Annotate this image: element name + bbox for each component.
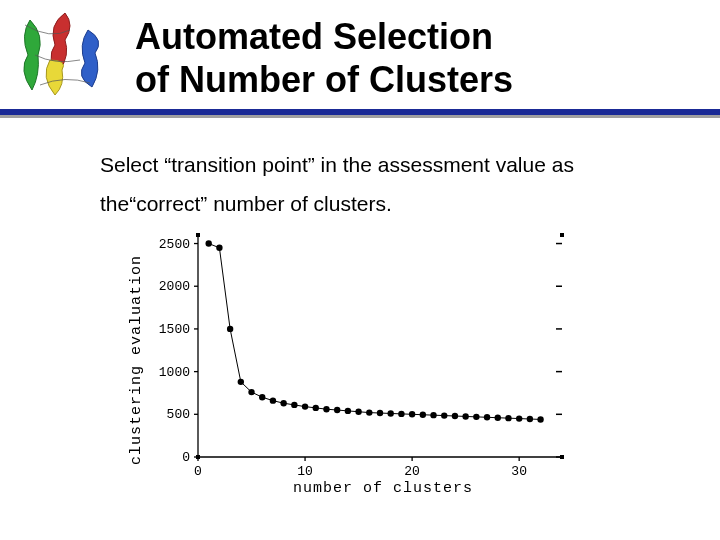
y-axis-label: clustering evaluation bbox=[128, 255, 145, 465]
svg-text:0: 0 bbox=[194, 464, 202, 479]
svg-point-51 bbox=[409, 411, 415, 417]
svg-point-56 bbox=[462, 413, 468, 419]
title-line-2: of Number of Clusters bbox=[135, 58, 720, 101]
svg-text:20: 20 bbox=[404, 464, 420, 479]
chart-svg: 050010001500200025000102030 bbox=[150, 225, 580, 495]
svg-point-63 bbox=[537, 416, 543, 422]
svg-point-37 bbox=[259, 394, 265, 400]
svg-text:1000: 1000 bbox=[159, 365, 190, 380]
header: Automated Selection of Number of Cluster… bbox=[0, 0, 720, 118]
svg-point-49 bbox=[388, 410, 394, 416]
svg-text:10: 10 bbox=[297, 464, 313, 479]
svg-point-60 bbox=[505, 415, 511, 421]
protein-logo-icon bbox=[10, 5, 120, 105]
svg-text:1500: 1500 bbox=[159, 322, 190, 337]
svg-point-62 bbox=[527, 416, 533, 422]
svg-point-42 bbox=[313, 405, 319, 411]
svg-point-57 bbox=[473, 414, 479, 420]
svg-point-55 bbox=[452, 413, 458, 419]
svg-point-34 bbox=[227, 326, 233, 332]
svg-point-61 bbox=[516, 415, 522, 421]
svg-text:2000: 2000 bbox=[159, 279, 190, 294]
svg-point-47 bbox=[366, 409, 372, 415]
svg-point-43 bbox=[323, 406, 329, 412]
x-axis-label: number of clusters bbox=[293, 480, 473, 497]
svg-point-40 bbox=[291, 402, 297, 408]
svg-text:2500: 2500 bbox=[159, 237, 190, 252]
svg-point-38 bbox=[270, 397, 276, 403]
svg-point-44 bbox=[334, 407, 340, 413]
slide-title: Automated Selection of Number of Cluster… bbox=[135, 15, 720, 101]
chart: clustering evaluation 050010001500200025… bbox=[150, 225, 580, 495]
svg-point-32 bbox=[206, 240, 212, 246]
svg-point-52 bbox=[420, 412, 426, 418]
svg-point-41 bbox=[302, 403, 308, 409]
title-line-1: Automated Selection bbox=[135, 15, 720, 58]
svg-point-45 bbox=[345, 408, 351, 414]
svg-text:500: 500 bbox=[167, 407, 190, 422]
title-underline bbox=[0, 109, 720, 118]
svg-point-36 bbox=[248, 389, 254, 395]
svg-point-58 bbox=[484, 414, 490, 420]
svg-point-54 bbox=[441, 412, 447, 418]
body-text: Select “transition point” in the assessm… bbox=[100, 146, 660, 224]
svg-text:30: 30 bbox=[511, 464, 527, 479]
svg-text:0: 0 bbox=[182, 450, 190, 465]
svg-point-53 bbox=[430, 412, 436, 418]
svg-point-48 bbox=[377, 410, 383, 416]
svg-rect-1 bbox=[560, 233, 564, 237]
svg-point-59 bbox=[495, 415, 501, 421]
svg-point-39 bbox=[280, 400, 286, 406]
svg-point-46 bbox=[355, 409, 361, 415]
svg-point-35 bbox=[238, 379, 244, 385]
svg-point-33 bbox=[216, 245, 222, 251]
svg-point-50 bbox=[398, 411, 404, 417]
